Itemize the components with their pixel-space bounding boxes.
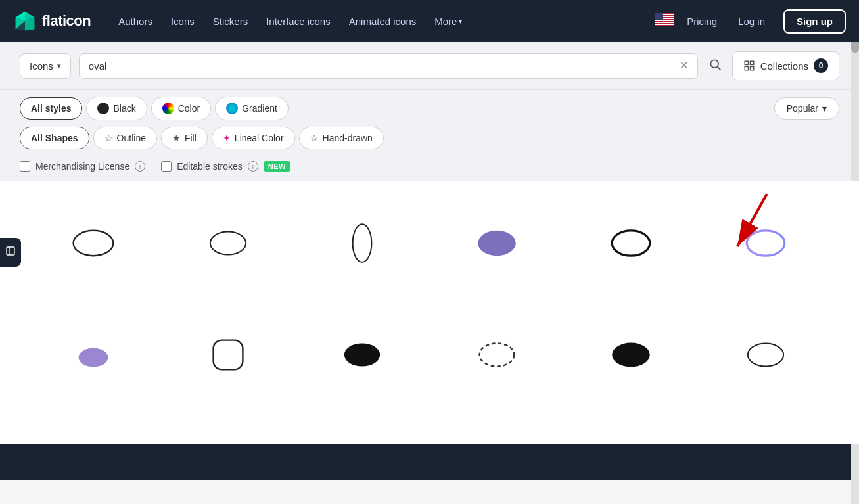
outline-label: Outline <box>117 133 146 143</box>
search-type-arrow-icon: ▾ <box>57 62 61 70</box>
svg-rect-17 <box>750 61 753 64</box>
filter-hand-drawn[interactable]: ☆ Hand-drawn <box>299 127 384 149</box>
editable-checkbox-input[interactable] <box>161 161 172 172</box>
all-styles-label: All styles <box>31 103 71 114</box>
gradient-label: Gradient <box>242 103 277 114</box>
search-type-label: Icons <box>30 60 53 72</box>
merchandising-info-icon[interactable]: i <box>135 161 145 172</box>
icon-oval-dashed[interactable] <box>436 312 558 398</box>
filter-color[interactable]: Color <box>151 97 211 120</box>
nav-more[interactable]: More ▾ <box>427 11 470 32</box>
icon-oval-fill-black-wide[interactable] <box>570 312 692 398</box>
lineal-color-label: Lineal Color <box>235 133 284 143</box>
search-type-selector[interactable]: Icons ▾ <box>20 53 71 79</box>
svg-rect-29 <box>213 340 243 370</box>
login-button[interactable]: Log in <box>730 11 773 32</box>
svg-rect-16 <box>745 61 748 64</box>
svg-point-25 <box>478 231 516 256</box>
svg-point-33 <box>748 343 783 366</box>
svg-rect-12 <box>655 24 674 26</box>
svg-point-22 <box>74 231 114 256</box>
popular-arrow-icon: ▾ <box>822 103 827 114</box>
black-icon <box>97 103 109 114</box>
editable-label: Editable strokes <box>177 161 243 172</box>
svg-point-27 <box>747 231 785 256</box>
filter-lineal-color[interactable]: ✦ Lineal Color <box>212 127 295 149</box>
filter-fill[interactable]: ★ Fill <box>161 127 208 149</box>
icon-oval-outline-thick[interactable] <box>570 200 692 286</box>
collections-button[interactable]: Collections 0 <box>732 51 839 80</box>
filter-section: All styles Black Color Gradient Popular … <box>0 90 859 156</box>
popular-sort-button[interactable]: Popular ▾ <box>774 97 839 120</box>
editable-strokes-checkbox[interactable]: Editable strokes i NEW <box>161 161 290 172</box>
svg-point-31 <box>479 343 514 366</box>
filter-all-shapes[interactable]: All Shapes <box>20 127 89 149</box>
icon-rounded-rect-outline[interactable] <box>168 312 289 398</box>
black-label: Black <box>113 103 135 114</box>
svg-point-32 <box>612 343 650 367</box>
navbar: flaticon Authors Icons Stickers Interfac… <box>0 0 859 42</box>
filter-outline[interactable]: ☆ Outline <box>93 127 157 149</box>
navbar-right: Pricing Log in Sign up <box>655 9 846 34</box>
popular-label: Popular <box>787 103 818 114</box>
side-panel-button[interactable] <box>0 238 21 267</box>
icon-oval-fill-purple-small[interactable] <box>33 312 154 398</box>
icon-oval-outline-wide2[interactable] <box>168 200 289 286</box>
fill-star-icon: ★ <box>172 133 181 143</box>
nav-stickers[interactable]: Stickers <box>205 11 256 32</box>
icons-row-2 <box>33 312 826 398</box>
icon-oval-outline-wide3[interactable] <box>705 312 827 398</box>
svg-rect-18 <box>745 67 748 70</box>
language-selector[interactable] <box>655 13 674 29</box>
svg-point-23 <box>210 231 246 254</box>
editable-info-icon[interactable]: i <box>248 161 258 172</box>
search-section: Icons ▾ ✕ Collections 0 <box>0 42 859 90</box>
color-label: Color <box>178 103 200 114</box>
style-filter-row: All styles Black Color Gradient Popular … <box>20 97 839 127</box>
search-submit-button[interactable] <box>706 55 724 77</box>
svg-point-24 <box>353 224 372 262</box>
search-box: ✕ <box>79 53 698 79</box>
nav-interface-icons[interactable]: Interface icons <box>258 11 338 32</box>
pricing-button[interactable]: Pricing <box>684 11 720 32</box>
svg-point-14 <box>710 60 718 68</box>
icon-oval-outline-wide[interactable] <box>33 200 154 286</box>
shape-filter-row: All Shapes ☆ Outline ★ Fill ✦ Lineal Col… <box>20 127 839 156</box>
logo[interactable]: flaticon <box>13 9 91 33</box>
nav-more-label: More <box>434 16 457 27</box>
search-input[interactable] <box>89 60 674 72</box>
hand-drawn-star-icon: ☆ <box>310 133 319 143</box>
nav-animated-icons[interactable]: Animated icons <box>341 11 425 32</box>
filter-gradient[interactable]: Gradient <box>215 97 289 120</box>
gradient-icon <box>226 103 238 114</box>
icons-row-1 <box>33 200 826 286</box>
svg-rect-11 <box>655 22 674 24</box>
nav-authors[interactable]: Authors <box>110 11 160 32</box>
signup-button[interactable]: Sign up <box>783 9 846 34</box>
svg-point-30 <box>344 343 380 366</box>
nav-icons[interactable]: Icons <box>163 11 202 32</box>
icon-oval-fill-black[interactable] <box>302 312 423 398</box>
icon-oval-outline-gradient[interactable] <box>705 200 827 286</box>
logo-text: flaticon <box>42 12 91 30</box>
filter-all-styles[interactable]: All styles <box>20 97 82 120</box>
fill-label: Fill <box>185 133 197 143</box>
collections-label: Collections <box>760 60 808 72</box>
nav-links: Authors Icons Stickers Interface icons A… <box>110 11 655 32</box>
filter-black[interactable]: Black <box>86 97 147 120</box>
checkbox-row: Merchandising License i Editable strokes… <box>0 156 859 181</box>
color-icon <box>162 103 174 114</box>
collections-count: 0 <box>814 58 828 73</box>
search-clear-icon[interactable]: ✕ <box>680 60 688 71</box>
merchandising-license-checkbox[interactable]: Merchandising License i <box>20 161 145 172</box>
merchandising-checkbox-input[interactable] <box>20 161 30 172</box>
icon-oval-outline-tall[interactable] <box>302 200 423 286</box>
style-filter-group: All styles Black Color Gradient <box>20 97 289 120</box>
lineal-color-star-icon: ✦ <box>223 133 231 143</box>
all-shapes-label: All Shapes <box>31 133 78 143</box>
icon-oval-fill-purple[interactable] <box>436 200 558 286</box>
svg-line-15 <box>717 66 720 70</box>
svg-rect-0 <box>7 247 14 255</box>
new-badge: NEW <box>264 161 290 172</box>
svg-point-28 <box>79 348 108 367</box>
